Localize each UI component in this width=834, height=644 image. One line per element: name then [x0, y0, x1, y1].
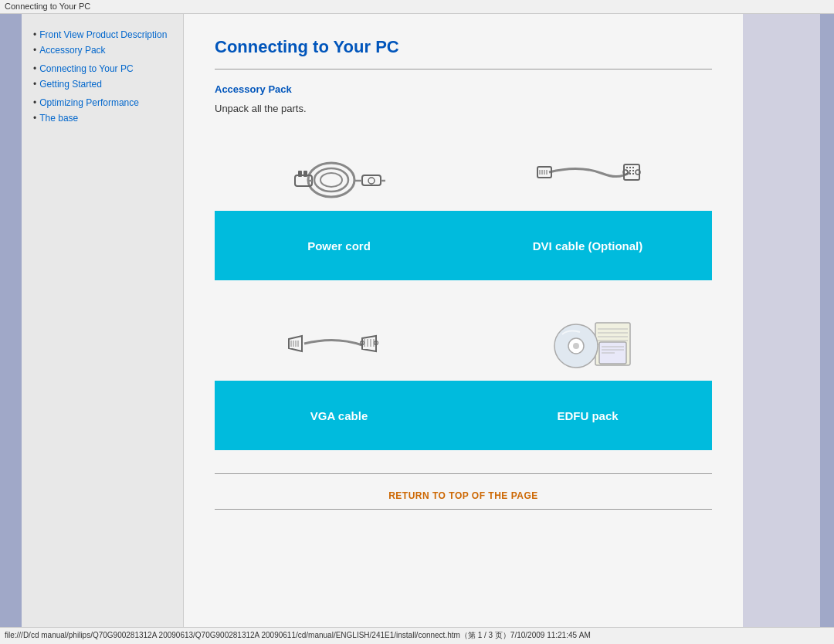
svg-rect-19	[632, 167, 634, 168]
sidebar-group-1: Front View Product Description Accessory…	[33, 29, 171, 56]
dvi-cable-image	[526, 134, 649, 211]
svg-point-1	[314, 168, 348, 192]
sidebar-link-optimizing[interactable]: Optimizing Performance	[39, 97, 139, 108]
left-border	[0, 14, 22, 627]
svg-rect-18	[629, 167, 631, 168]
divider-bottom	[215, 473, 712, 474]
svg-rect-22	[632, 170, 634, 171]
sidebar-link-accessory[interactable]: Accessory Pack	[39, 45, 105, 56]
product-grid-row1: Power cord	[215, 134, 712, 280]
unpack-text: Unpack all the parts.	[215, 103, 712, 114]
svg-rect-21	[629, 170, 631, 171]
sidebar: Front View Product Description Accessory…	[22, 14, 184, 627]
return-to-top-link[interactable]: RETURN TO TOP OF THE PAGE	[388, 490, 538, 501]
sidebar-group-3: Optimizing Performance The base	[33, 97, 171, 124]
svg-rect-24	[629, 173, 631, 175]
svg-point-8	[368, 178, 375, 184]
bottom-bar-text: file:///D/cd manual/philips/Q70G90028131…	[5, 631, 591, 639]
bottom-bar: file:///D/cd manual/philips/Q70G90028131…	[0, 627, 834, 644]
title-bar-text: Connecting to Your PC	[5, 2, 90, 11]
svg-marker-28	[289, 336, 302, 351]
edfu-pack-item: EDFU pack	[463, 303, 712, 450]
sidebar-link-getting-started[interactable]: Getting Started	[39, 79, 102, 90]
svg-rect-17	[626, 167, 628, 168]
right-border	[743, 14, 820, 627]
sidebar-item-front-view[interactable]: Front View Product Description	[33, 29, 171, 40]
return-link-container[interactable]: RETURN TO TOP OF THE PAGE	[215, 490, 712, 501]
page-title: Connecting to Your PC	[215, 37, 712, 57]
sidebar-item-accessory[interactable]: Accessory Pack	[33, 45, 171, 56]
dvi-cable-item: DVI cable (Optional)	[463, 134, 712, 280]
content-area: Connecting to Your PC Accessory Pack Unp…	[184, 14, 743, 627]
sidebar-item-optimizing[interactable]: Optimizing Performance	[33, 97, 171, 108]
power-cord-image	[281, 134, 397, 211]
section-title: Accessory Pack	[215, 83, 712, 95]
sidebar-item-connecting[interactable]: Connecting to Your PC	[33, 63, 171, 74]
edfu-pack-image	[522, 303, 653, 381]
svg-rect-5	[303, 171, 307, 177]
title-bar: Connecting to Your PC	[0, 0, 834, 14]
edfu-pack-label: EDFU pack	[463, 381, 712, 450]
right-accent	[820, 14, 834, 627]
divider-footer	[215, 509, 712, 510]
power-cord-label: Power cord	[215, 211, 463, 280]
svg-rect-25	[632, 173, 634, 175]
sidebar-link-connecting[interactable]: Connecting to Your PC	[39, 63, 133, 74]
product-grid-row2: VGA cable	[215, 303, 712, 450]
vga-cable-item: VGA cable	[215, 303, 463, 450]
sidebar-link-front-view[interactable]: Front View Product Description	[39, 29, 167, 40]
sidebar-group-2: Connecting to Your PC Getting Started	[33, 63, 171, 90]
vga-cable-label: VGA cable	[215, 381, 463, 450]
vga-cable-image	[277, 303, 401, 381]
divider-top	[215, 69, 712, 69]
power-cord-item: Power cord	[215, 134, 463, 280]
svg-rect-4	[298, 171, 302, 177]
sidebar-item-base[interactable]: The base	[33, 113, 171, 124]
sidebar-link-base[interactable]: The base	[39, 113, 78, 124]
svg-point-52	[573, 343, 579, 349]
sidebar-item-getting-started[interactable]: Getting Started	[33, 79, 171, 90]
dvi-cable-label: DVI cable (Optional)	[463, 211, 712, 280]
svg-point-2	[320, 173, 342, 187]
